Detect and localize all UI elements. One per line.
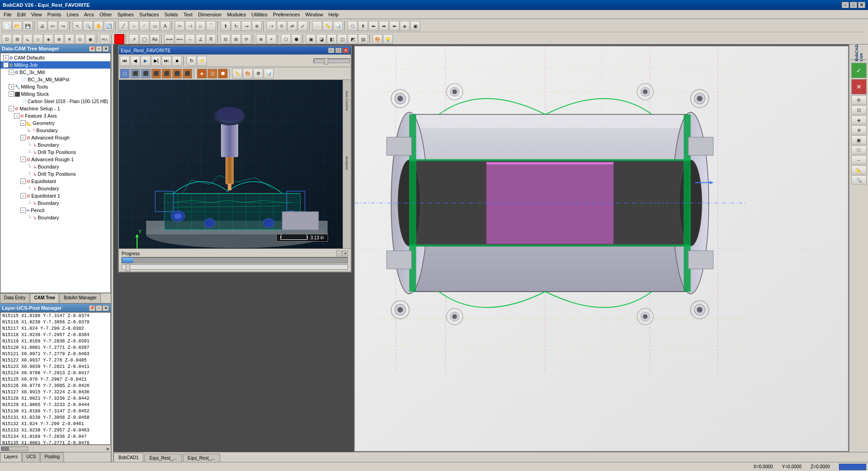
endpoint-btn[interactable]: ◇ [33, 34, 43, 44]
tree-item-boundary-6[interactable]: └ ↳ Boundary [0, 214, 110, 221]
live-x-btn[interactable]: ✕ [851, 79, 867, 94]
text-button[interactable]: A [160, 21, 170, 31]
right-btn-4[interactable]: ⊕ [851, 125, 867, 134]
expand-milling-stock[interactable]: − [9, 91, 14, 97]
light-btn[interactable]: 💡 [383, 34, 393, 44]
extend-button[interactable]: ⊣ [185, 21, 195, 31]
sim-next-frame-btn[interactable]: ▶| [151, 56, 161, 66]
expand-bc3x-mill[interactable]: − [9, 69, 14, 75]
tab-posting[interactable]: Posting [40, 452, 64, 462]
menu-view[interactable]: View [29, 11, 45, 18]
trim-button[interactable]: ✂ [175, 21, 185, 31]
tree-item-bc3x-mill[interactable]: − ⚙ BC_3x_Mill [0, 69, 110, 76]
tree-item-machine-setup[interactable]: − ⚙ Machine Setup - 1 [0, 105, 110, 112]
progress-slider-thumb[interactable] [126, 264, 130, 271]
sim-stop-btn[interactable]: ■ [172, 56, 182, 66]
menu-other[interactable]: Other [97, 11, 115, 18]
sim-3d-viewport[interactable]: X Y Z 3.13 in [119, 80, 351, 248]
sim-settings-btn[interactable]: ⚙ [253, 69, 263, 79]
layer-btn[interactable]: ⊟ [221, 34, 230, 44]
move-button[interactable]: ⇢ [266, 21, 276, 31]
sim-measure-btn[interactable]: 📏 [232, 69, 242, 79]
offset-button[interactable]: ⟥ [196, 21, 206, 31]
sim-shade-btn[interactable]: ◈ [197, 69, 207, 79]
tree-item-milling-tools[interactable]: + 🔧 Milling Tools [0, 83, 110, 90]
menu-file[interactable]: File [1, 11, 15, 18]
tree-item-boundary-1[interactable]: ↳ └ Boundary [0, 127, 110, 134]
menu-window[interactable]: Window [303, 11, 326, 18]
sim-view-right-btn[interactable]: ⬛ [151, 69, 161, 79]
cam-tree-close-btn[interactable]: ✕ [103, 46, 109, 52]
print-button[interactable]: 🖨 [37, 21, 47, 31]
dim-angle-btn[interactable]: ∠ [196, 34, 206, 44]
view-iso-btn[interactable]: ⬡ [348, 21, 358, 31]
tree-item-milling-job[interactable]: − ⚙ Milling Job [0, 61, 110, 69]
mirror-button[interactable]: ⇌ [287, 21, 297, 31]
bottom-tab-equi-rest-2[interactable]: Equi_Rest_... [183, 454, 220, 462]
right-btn-3[interactable]: ◈ [851, 115, 867, 124]
3d-view-btn[interactable]: ⬡ [281, 34, 291, 44]
layer-ucs-close-btn[interactable]: ✕ [103, 305, 109, 311]
analysis-btn[interactable]: 📊 [333, 21, 343, 31]
view-left-btn[interactable]: ⬅ [389, 21, 399, 31]
sim-analysis2-btn[interactable]: 📊 [264, 69, 274, 79]
dim-horiz-btn[interactable]: ⟺ [164, 34, 174, 44]
boolean-button[interactable]: ⊕ [252, 21, 262, 31]
view-right-btn[interactable]: ➡ [379, 21, 389, 31]
wireframe-btn[interactable]: ▣ [410, 21, 420, 31]
tree-item-boundary-2[interactable]: └ ↳ Boundary [0, 141, 110, 149]
tree-item-drill-tip-2[interactable]: └ ↳ Drill Tip Positions [0, 170, 110, 178]
ortho-btn[interactable]: ⊾ [23, 34, 33, 44]
menu-edit[interactable]: Edit [15, 11, 29, 18]
tree-item-pencil[interactable]: − ✏ Pencil [0, 207, 110, 214]
layer-ucs-content[interactable]: N15115 X1.0189 Y-7.3147 Z-0.0374 N15116 … [0, 312, 111, 445]
menu-dimension[interactable]: Dimension [195, 11, 224, 18]
tree-item-milling-stock[interactable]: − ⬛ Milling Stock [0, 90, 110, 98]
sim-rewind-btn[interactable]: ⏮ [120, 56, 130, 66]
rotate-button[interactable]: 🔄 [104, 21, 114, 31]
select-button[interactable]: ↖ [73, 21, 83, 31]
circle-button[interactable]: ○ [129, 21, 139, 31]
menu-preferences[interactable]: Preferences [270, 11, 302, 18]
font-btn[interactable]: Aa [150, 34, 160, 44]
expand-equidistant-1[interactable]: − [20, 193, 26, 198]
right-btn-6[interactable]: ⬡ [851, 145, 867, 154]
tree-item-advanced-rough-1[interactable]: − ⚙ Advanced Rough 1 [0, 156, 110, 163]
tree-item-feature-3axis[interactable]: − ⚙ Feature 3 Axis [0, 112, 110, 119]
right-btn-9[interactable]: 🔍 [851, 175, 867, 184]
tree-item-drill-tip-1[interactable]: └ ↳ Drill Tip Positions [0, 149, 110, 156]
solid6-btn[interactable]: ▤ [358, 34, 368, 44]
tree-item-advanced-rough[interactable]: − ⚙ Advanced Rough [0, 134, 110, 141]
redo-button[interactable]: ↪ [58, 21, 68, 31]
progress-min-btn[interactable]: − [336, 251, 342, 256]
zoom-button[interactable]: 🔍 [83, 21, 93, 31]
expand-geometry[interactable]: − [20, 120, 26, 126]
tree-item-boundary-5[interactable]: └ ↳ Boundary [0, 199, 110, 207]
quad-btn[interactable]: ◉ [85, 34, 95, 44]
arc-button[interactable]: ◜ [139, 21, 149, 31]
sim-speed-btn[interactable]: ⚡ [197, 56, 207, 66]
solid3-btn[interactable]: ◧ [327, 34, 337, 44]
view-front-btn[interactable]: ⬅ [368, 21, 378, 31]
intersect-btn[interactable]: ✕ [64, 34, 74, 44]
menu-lines[interactable]: Lines [64, 11, 81, 18]
extrude-button[interactable]: ⬆ [221, 21, 230, 31]
revolve-button[interactable]: ↻ [231, 21, 241, 31]
sim-view-front-btn[interactable]: ⬛ [130, 69, 140, 79]
expand-milling-job[interactable]: − [3, 62, 9, 68]
sim-prev-frame-btn[interactable]: ◀ [130, 56, 140, 66]
analysis-label[interactable]: Analysis [345, 156, 349, 193]
sim-view-top-btn[interactable]: ⬛ [141, 69, 151, 79]
sim-speed-slider[interactable] [314, 59, 350, 63]
arrow-btn[interactable]: ↗ [129, 34, 139, 44]
sim-view-bottom-btn[interactable]: ⬛ [182, 69, 192, 79]
dim-vert-btn[interactable]: ⟸ [175, 34, 185, 44]
point-btn[interactable]: · [312, 21, 322, 31]
axis-control-label[interactable]: Axis Control [345, 91, 349, 127]
sim-fast-fwd-btn[interactable]: ⏭ [162, 56, 172, 66]
copy-button[interactable]: ⎘ [277, 21, 287, 31]
expand-machine-setup[interactable]: − [9, 106, 14, 111]
bottom-tab-equi-rest-1[interactable]: Equi_Rest_... [144, 454, 181, 462]
maximize-button[interactable]: □ [850, 2, 857, 8]
undo-button[interactable]: ↩ [48, 21, 58, 31]
